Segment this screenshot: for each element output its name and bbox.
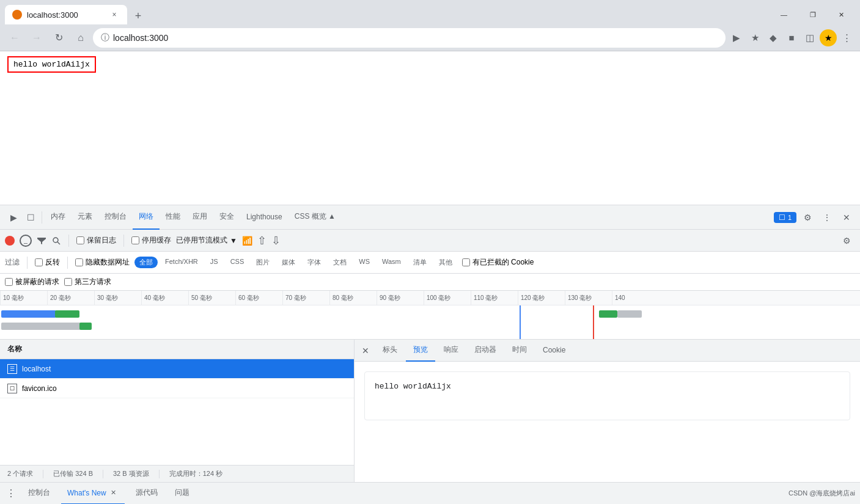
tick-50: 50 毫秒 — [188, 291, 235, 305]
bottom-tab-source[interactable]: 源代码 — [130, 483, 164, 505]
tab-security[interactable]: 安全 — [213, 205, 240, 230]
preserve-log-input[interactable] — [76, 236, 84, 244]
upload-icon[interactable]: ⇧ — [257, 234, 266, 247]
bottom-dots-button[interactable]: ⋮ — [5, 488, 17, 500]
bookmark-button[interactable]: ★ — [746, 29, 763, 46]
timeline-ruler: 10 毫秒 20 毫秒 30 毫秒 40 毫秒 50 毫秒 60 毫秒 70 毫… — [0, 291, 860, 305]
chip-img[interactable]: 图片 — [251, 257, 274, 268]
chip-css[interactable]: CSS — [226, 257, 249, 268]
home-button[interactable]: ⌂ — [71, 28, 90, 48]
tab-console[interactable]: 控制台 — [98, 205, 133, 230]
tick-20: 20 毫秒 — [47, 291, 94, 305]
detail-tab-response[interactable]: 响应 — [436, 340, 466, 362]
throttle-dropdown[interactable]: 已停用节流模式 ▼ — [176, 235, 237, 246]
extension-puzzle-icon[interactable]: ◆ — [765, 29, 782, 46]
cookie-filter-checkbox[interactable]: 有已拦截的 Cookie — [462, 257, 534, 268]
more-options-icon[interactable]: ⋮ — [818, 209, 836, 226]
third-party-checkbox[interactable]: 第三方请求 — [64, 277, 111, 287]
tick-130: 130 毫秒 — [565, 291, 612, 305]
filter-icon[interactable] — [37, 236, 46, 246]
detail-tab-cookie[interactable]: Cookie — [535, 340, 573, 362]
reload-button[interactable]: ↻ — [49, 28, 68, 48]
bottom-tab-whats-new-label: What's New — [67, 489, 106, 497]
file-item-localhost[interactable]: ☰ localhost — [0, 359, 354, 379]
close-button[interactable]: ✕ — [828, 5, 855, 24]
detail-tab-initiator[interactable]: 启动器 — [467, 340, 504, 362]
cookie-filter-label: 有已拦截的 Cookie — [472, 257, 534, 268]
chip-js[interactable]: JS — [205, 257, 223, 268]
tab-elements[interactable]: 元素 — [72, 205, 98, 230]
record-button[interactable] — [5, 236, 15, 246]
chrome-extension-icon[interactable]: ■ — [783, 29, 800, 46]
chip-ws[interactable]: WS — [354, 257, 375, 268]
tab-performance[interactable]: 性能 — [160, 205, 186, 230]
cookie-filter-input[interactable] — [462, 258, 470, 266]
blocked-requests-checkbox[interactable]: 被屏蔽的请求 — [5, 277, 59, 287]
clear-icon: ⎯ — [24, 237, 28, 244]
url-text: localhost:3000 — [113, 33, 718, 43]
chip-doc[interactable]: 文档 — [328, 257, 351, 268]
chip-fetch[interactable]: Fetch/XHR — [160, 257, 203, 268]
back-button[interactable]: ← — [5, 28, 24, 48]
net-settings-icon[interactable]: ⚙ — [838, 232, 855, 249]
chip-manifest[interactable]: 清单 — [408, 257, 432, 268]
third-party-input[interactable] — [64, 278, 72, 286]
chip-font[interactable]: 字体 — [303, 257, 326, 268]
status-sep-3 — [159, 470, 160, 478]
chip-other[interactable]: 其他 — [434, 257, 457, 268]
minimize-button[interactable]: — — [770, 5, 798, 24]
chip-wasm[interactable]: Wasm — [377, 257, 406, 268]
wifi-icon[interactable]: 📶 — [242, 236, 252, 246]
chip-all[interactable]: 全部 — [134, 257, 158, 268]
hide-data-input[interactable] — [75, 258, 83, 266]
blocked-requests-input[interactable] — [5, 278, 13, 286]
whats-new-close-icon[interactable]: ✕ — [109, 488, 119, 498]
tab-network[interactable]: 网络 — [133, 205, 160, 230]
settings-icon[interactable]: ⚙ — [799, 209, 816, 226]
detail-close-button[interactable]: ✕ — [357, 342, 374, 359]
detail-tab-timing[interactable]: 时间 — [505, 340, 534, 362]
bottom-tab-whats-new[interactable]: What's New ✕ — [61, 483, 125, 505]
hide-data-urls-checkbox[interactable]: 隐藏数据网址 — [75, 257, 130, 268]
invert-checkbox[interactable]: 反转 — [35, 257, 60, 268]
cast-icon[interactable]: ▶ — [728, 29, 745, 46]
device-toolbar-icon[interactable]: ☐ — [22, 209, 39, 226]
new-tab-button[interactable]: + — [130, 7, 147, 24]
console-badge[interactable]: ☐ 1 — [774, 212, 796, 223]
download-icon[interactable]: ⇩ — [271, 234, 281, 247]
window-controls: — ❐ ✕ — [765, 5, 860, 24]
search-icon[interactable] — [51, 236, 61, 246]
clear-button[interactable]: ⎯ — [20, 235, 32, 247]
menu-button[interactable]: ⋮ — [838, 29, 855, 46]
detail-tab-preview[interactable]: 预览 — [406, 340, 435, 362]
file-name-localhost: localhost — [22, 365, 51, 373]
close-devtools-icon[interactable]: ✕ — [838, 209, 855, 226]
select-element-icon[interactable]: ▶ — [5, 209, 22, 226]
tab-title: localhost:3000 — [27, 10, 104, 20]
url-bar[interactable]: ⓘ localhost:3000 — [93, 28, 726, 48]
profile-button[interactable]: ★ — [820, 29, 837, 46]
sidebar-icon[interactable]: ◫ — [801, 29, 818, 46]
chip-media[interactable]: 媒体 — [277, 257, 300, 268]
tab-close-button[interactable]: × — [109, 9, 120, 20]
preserve-log-checkbox[interactable]: 保留日志 — [76, 235, 116, 246]
active-tab[interactable]: localhost:3000 × — [5, 5, 127, 24]
disable-cache-checkbox[interactable]: 停用缓存 — [131, 235, 171, 246]
forward-button[interactable]: → — [27, 28, 46, 48]
invert-input[interactable] — [35, 258, 43, 266]
disable-cache-input[interactable] — [131, 236, 139, 244]
bottom-right-text: CSDN @海底烧烤店ai — [788, 489, 855, 498]
file-item-favicon[interactable]: ☐ favicon.ico — [0, 379, 354, 398]
detail-tab-headers[interactable]: 标头 — [375, 340, 405, 362]
tab-memory[interactable]: 内存 — [45, 205, 72, 230]
status-bar: 2 个请求 已传输 324 B 32 B 项资源 完成用时：124 秒 — [0, 465, 354, 482]
tab-lighthouse[interactable]: Lighthouse — [240, 205, 289, 230]
blocked-bar: 被屏蔽的请求 第三方请求 — [0, 274, 860, 291]
bottom-tab-console[interactable]: 控制台 — [22, 483, 56, 505]
blocked-requests-label: 被屏蔽的请求 — [15, 277, 59, 287]
tick-90: 90 毫秒 — [377, 291, 424, 305]
maximize-button[interactable]: ❐ — [799, 5, 826, 24]
tab-application[interactable]: 应用 — [186, 205, 213, 230]
tab-css[interactable]: CSS 概览 ▲ — [289, 205, 342, 230]
bottom-tab-issues[interactable]: 问题 — [169, 483, 196, 505]
